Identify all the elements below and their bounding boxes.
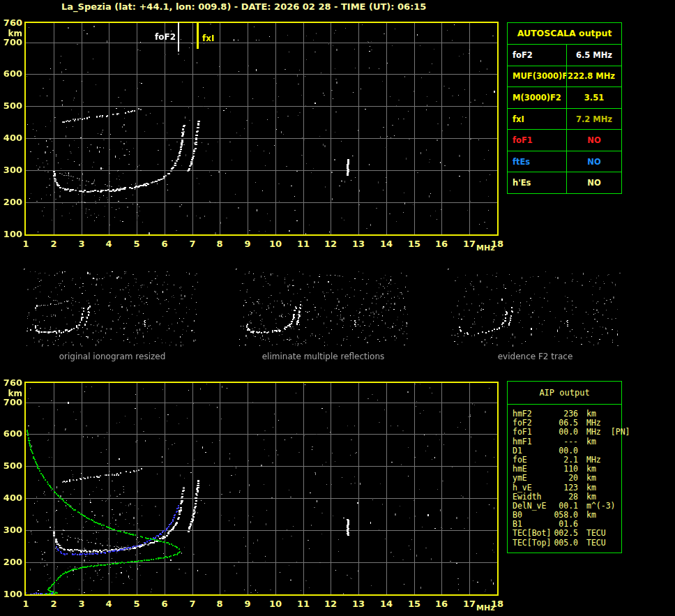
x-tick: 7 [185,599,199,608]
aip-row-value: 005.0 [553,539,578,548]
y-tick: 400 [1,133,22,142]
y-unit-label-bottom: km [1,389,22,398]
aip-row-label: Ewidth [513,493,553,502]
aip-row-value: 20 [553,474,578,483]
autoscala-row-label: M(3000)F2 [508,87,566,108]
x-tick: 15 [407,239,421,248]
y-tick: 300 [1,165,22,174]
y-tick: 760 [1,378,22,387]
x-tick: 4 [102,239,116,248]
autoscala-row-label: foF1 [508,130,566,151]
y-tick: 400 [1,493,22,502]
aip-row: hmF1---km [513,437,621,446]
x-tick: 6 [158,239,172,248]
autoscala-row-value: 6.5 MHz [566,45,621,66]
thumbnail-evidence-f2 [448,269,449,270]
aip-row-value: 123 [553,483,578,493]
x-tick: 10 [268,599,282,608]
autoscala-table-header: AUTOSCALA output [508,23,621,44]
aip-row-label: D1 [513,446,553,456]
autoscala-row-value: 7.2 MHz [566,109,621,130]
ionogram-canvas-bottom [24,382,499,596]
x-tick: 12 [324,239,338,248]
y-tick: 600 [1,69,22,78]
autoscala-row-value: NO [566,130,621,151]
aip-row-unit: km [578,483,621,493]
aip-row: ymE20km [513,474,621,483]
aip-row-value: 28 [553,493,578,502]
y-tick: 700 [1,398,22,407]
aip-row-unit: MHz [578,456,621,465]
x-tick: 8 [213,239,227,248]
aip-row-label: hmF1 [513,437,553,446]
fxi-marker-label: fxI [202,34,214,43]
thumbnail-canvas-original [24,269,200,348]
aip-row-unit: km [578,511,621,520]
x-unit-label-bottom: MHz [476,603,495,613]
aip-row-unit: TECU [578,539,621,548]
autoscala-row: foF1NO [508,129,621,151]
x-tick: 11 [296,239,310,248]
aip-row-label: TEC[Top] [513,539,553,548]
thumbnail-canvas-evidence-f2 [448,269,622,348]
x-tick: 9 [241,599,255,608]
aip-row-unit: m^(-3) [578,502,621,511]
thumbnail-canvas-eliminate-reflections [236,269,410,348]
thumbnail-caption-original: original ionogram resized [24,352,201,361]
autoscala-row-value: 3.51 [566,87,621,108]
autoscala-row: MUF(3000)F222.8 MHz [508,66,621,87]
x-tick: 2 [47,239,61,248]
page-title: La_Spezia (lat: +44.1, lon: 009.8) - DAT… [61,1,426,12]
aip-row: foF100.0MHz[PN] [513,428,621,437]
aip-row-label: TEC[Bot] [513,529,553,538]
y-tick: 100 [1,230,22,239]
autoscala-row-label: foF2 [508,45,566,66]
autoscala-row: M(3000)F23.51 [508,87,621,108]
aip-row-value: --- [553,437,578,446]
aip-row-unit: km [578,465,621,474]
x-tick: 8 [213,599,227,608]
thumbnail-caption-eliminate-reflections: eliminate multiple reflections [236,352,411,361]
x-tick: 7 [185,239,199,248]
x-tick: 5 [130,599,144,608]
x-tick: 13 [351,599,365,608]
y-tick: 600 [1,429,22,438]
aip-row: TEC[Top]005.0TECU [513,539,621,548]
autoscala-row-label: fxI [508,109,566,130]
x-tick: 3 [75,599,89,608]
thumbnail-caption-evidence-f2: evidence F2 trace [448,352,623,361]
aip-row-unit [578,446,621,456]
fxi-marker-line [197,22,199,49]
aip-row-label: foF1 [513,428,553,437]
x-tick: 2 [47,599,61,608]
aip-row-unit: MHz[PN] [578,428,630,437]
thumbnail-original [24,269,25,270]
autoscala-row-label: ftEs [508,151,566,172]
foF2-marker-line [178,22,179,52]
y-tick: 760 [1,18,22,27]
autoscala-row-label: h'Es [508,172,566,193]
x-tick: 1 [19,599,33,608]
aip-row-unit: km [578,474,621,483]
autoscala-row-label: MUF(3000)F2 [508,66,566,87]
aip-row-unit: km [578,493,621,502]
aip-row-note: [PN] [611,427,630,437]
autoscala-screen: La_Spezia (lat: +44.1, lon: 009.8) - DAT… [0,0,675,616]
y-tick: 500 [1,101,22,110]
aip-row: Ewidth28km [513,493,621,502]
x-tick: 16 [434,599,448,608]
aip-row-unit: TECU [578,529,621,538]
aip-row-label: ymE [513,474,553,483]
ionogram-canvas-top [24,22,499,236]
x-tick: 17 [462,599,476,608]
aip-row-value: 002.5 [553,529,578,538]
y-tick: 200 [1,557,22,566]
x-tick: 10 [268,239,282,248]
y-tick: 100 [1,589,22,599]
y-tick: 300 [1,525,22,534]
y-tick: 500 [1,461,22,470]
aip-table-header: AIP output [508,382,621,405]
x-tick: 13 [351,239,365,248]
aip-row-label: h_vE [513,483,553,493]
y-unit-label-top: km [1,29,22,38]
